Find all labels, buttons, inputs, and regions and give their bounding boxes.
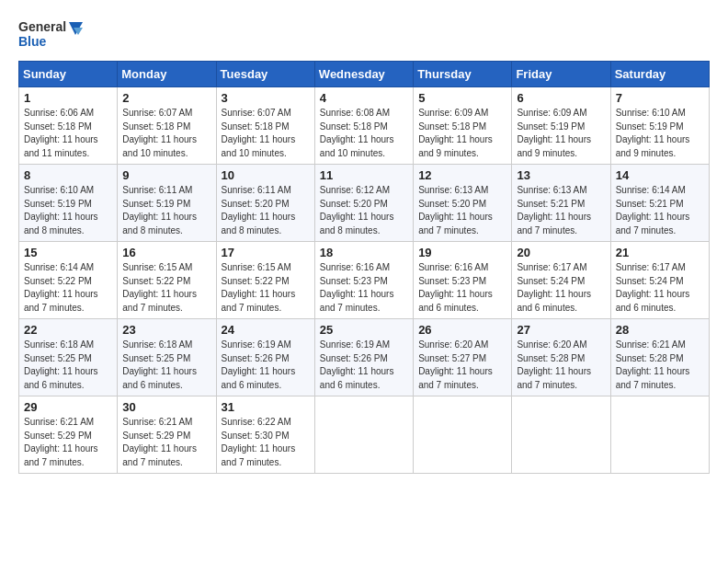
day-number: 3 (222, 91, 310, 105)
calendar-day-29: 29Sunrise: 6:21 AM Sunset: 5:29 PM Dayli… (19, 396, 118, 474)
calendar-day-12: 12Sunrise: 6:13 AM Sunset: 5:20 PM Dayli… (414, 165, 512, 242)
calendar-day-24: 24Sunrise: 6:19 AM Sunset: 5:26 PM Dayli… (216, 319, 314, 396)
calendar-day-10: 10Sunrise: 6:11 AM Sunset: 5:20 PM Dayli… (216, 165, 314, 242)
day-info: Sunrise: 6:10 AM Sunset: 5:19 PM Dayligh… (24, 184, 112, 237)
calendar-body: 1Sunrise: 6:06 AM Sunset: 5:18 PM Daylig… (19, 87, 710, 474)
day-info: Sunrise: 6:06 AM Sunset: 5:18 PM Dayligh… (24, 107, 112, 160)
calendar-day-26: 26Sunrise: 6:20 AM Sunset: 5:27 PM Dayli… (414, 319, 512, 396)
logo-icon: General Blue (18, 15, 83, 53)
day-info: Sunrise: 6:16 AM Sunset: 5:23 PM Dayligh… (320, 261, 408, 315)
day-number: 14 (616, 168, 704, 182)
day-number: 2 (122, 91, 210, 105)
day-number: 17 (222, 246, 310, 259)
day-info: Sunrise: 6:11 AM Sunset: 5:19 PM Dayligh… (122, 184, 210, 237)
calendar-day-16: 16Sunrise: 6:15 AM Sunset: 5:22 PM Dayli… (118, 242, 216, 319)
day-info: Sunrise: 6:14 AM Sunset: 5:22 PM Dayligh… (24, 261, 112, 315)
empty-cell (314, 396, 413, 474)
day-info: Sunrise: 6:21 AM Sunset: 5:29 PM Dayligh… (24, 416, 112, 469)
empty-cell (512, 396, 610, 474)
day-number: 1 (24, 91, 112, 105)
calendar-day-25: 25Sunrise: 6:19 AM Sunset: 5:26 PM Dayli… (314, 319, 413, 396)
calendar-day-8: 8Sunrise: 6:10 AM Sunset: 5:19 PM Daylig… (19, 165, 118, 242)
calendar-week-3: 15Sunrise: 6:14 AM Sunset: 5:22 PM Dayli… (19, 242, 710, 319)
day-number: 18 (320, 246, 408, 259)
day-number: 20 (517, 246, 605, 259)
logo: General Blue (18, 15, 83, 53)
calendar-day-17: 17Sunrise: 6:15 AM Sunset: 5:22 PM Dayli… (216, 242, 314, 319)
day-info: Sunrise: 6:22 AM Sunset: 5:30 PM Dayligh… (222, 416, 310, 469)
day-number: 12 (418, 168, 506, 182)
day-number: 19 (418, 246, 506, 259)
calendar-day-7: 7Sunrise: 6:10 AM Sunset: 5:19 PM Daylig… (610, 87, 709, 165)
calendar-week-2: 8Sunrise: 6:10 AM Sunset: 5:19 PM Daylig… (19, 165, 710, 242)
day-number: 8 (24, 168, 112, 182)
calendar-day-1: 1Sunrise: 6:06 AM Sunset: 5:18 PM Daylig… (19, 87, 118, 165)
day-info: Sunrise: 6:09 AM Sunset: 5:19 PM Dayligh… (517, 107, 605, 160)
day-number: 21 (616, 246, 704, 259)
day-number: 15 (24, 246, 112, 259)
day-info: Sunrise: 6:17 AM Sunset: 5:24 PM Dayligh… (517, 261, 605, 315)
day-info: Sunrise: 6:11 AM Sunset: 5:20 PM Dayligh… (222, 184, 310, 237)
day-header-wednesday: Wednesday (314, 62, 413, 87)
calendar-day-18: 18Sunrise: 6:16 AM Sunset: 5:23 PM Dayli… (314, 242, 413, 319)
day-header-friday: Friday (512, 62, 610, 87)
day-info: Sunrise: 6:20 AM Sunset: 5:28 PM Dayligh… (517, 339, 605, 392)
day-number: 9 (122, 168, 210, 182)
calendar-day-22: 22Sunrise: 6:18 AM Sunset: 5:25 PM Dayli… (19, 319, 118, 396)
calendar-day-31: 31Sunrise: 6:22 AM Sunset: 5:30 PM Dayli… (216, 396, 314, 474)
day-number: 10 (222, 168, 310, 182)
calendar-week-1: 1Sunrise: 6:06 AM Sunset: 5:18 PM Daylig… (19, 87, 710, 165)
calendar-day-11: 11Sunrise: 6:12 AM Sunset: 5:20 PM Dayli… (314, 165, 413, 242)
empty-cell (610, 396, 709, 474)
day-info: Sunrise: 6:13 AM Sunset: 5:21 PM Dayligh… (517, 184, 605, 237)
calendar-day-13: 13Sunrise: 6:13 AM Sunset: 5:21 PM Dayli… (512, 165, 610, 242)
calendar-week-5: 29Sunrise: 6:21 AM Sunset: 5:29 PM Dayli… (19, 396, 710, 474)
calendar-day-2: 2Sunrise: 6:07 AM Sunset: 5:18 PM Daylig… (118, 87, 216, 165)
day-number: 13 (517, 168, 605, 182)
day-info: Sunrise: 6:21 AM Sunset: 5:29 PM Dayligh… (122, 416, 210, 469)
day-number: 22 (24, 323, 112, 337)
day-number: 11 (320, 168, 408, 182)
day-header-monday: Monday (118, 62, 216, 87)
calendar-day-5: 5Sunrise: 6:09 AM Sunset: 5:18 PM Daylig… (414, 87, 512, 165)
calendar-day-19: 19Sunrise: 6:16 AM Sunset: 5:23 PM Dayli… (414, 242, 512, 319)
day-number: 25 (320, 323, 408, 337)
day-number: 31 (222, 400, 310, 414)
page: General Blue SundayMondayTuesdayWednesda… (0, 0, 728, 483)
day-info: Sunrise: 6:13 AM Sunset: 5:20 PM Dayligh… (418, 184, 506, 237)
svg-text:General: General (18, 19, 66, 34)
calendar-day-23: 23Sunrise: 6:18 AM Sunset: 5:25 PM Dayli… (118, 319, 216, 396)
day-info: Sunrise: 6:09 AM Sunset: 5:18 PM Dayligh… (418, 107, 506, 160)
day-number: 5 (418, 91, 506, 105)
day-info: Sunrise: 6:14 AM Sunset: 5:21 PM Dayligh… (616, 184, 704, 237)
day-number: 24 (222, 323, 310, 337)
day-info: Sunrise: 6:18 AM Sunset: 5:25 PM Dayligh… (122, 339, 210, 392)
day-number: 28 (616, 323, 704, 337)
calendar-day-28: 28Sunrise: 6:21 AM Sunset: 5:28 PM Dayli… (610, 319, 709, 396)
day-info: Sunrise: 6:19 AM Sunset: 5:26 PM Dayligh… (320, 339, 408, 392)
calendar-day-30: 30Sunrise: 6:21 AM Sunset: 5:29 PM Dayli… (118, 396, 216, 474)
calendar-day-6: 6Sunrise: 6:09 AM Sunset: 5:19 PM Daylig… (512, 87, 610, 165)
day-header-tuesday: Tuesday (216, 62, 314, 87)
calendar-day-27: 27Sunrise: 6:20 AM Sunset: 5:28 PM Dayli… (512, 319, 610, 396)
calendar-week-4: 22Sunrise: 6:18 AM Sunset: 5:25 PM Dayli… (19, 319, 710, 396)
day-number: 30 (122, 400, 210, 414)
calendar-day-9: 9Sunrise: 6:11 AM Sunset: 5:19 PM Daylig… (118, 165, 216, 242)
day-info: Sunrise: 6:07 AM Sunset: 5:18 PM Dayligh… (222, 107, 310, 160)
day-header-sunday: Sunday (19, 62, 118, 87)
day-number: 6 (517, 91, 605, 105)
day-info: Sunrise: 6:18 AM Sunset: 5:25 PM Dayligh… (24, 339, 112, 392)
day-number: 4 (320, 91, 408, 105)
day-info: Sunrise: 6:16 AM Sunset: 5:23 PM Dayligh… (418, 261, 506, 315)
calendar-day-3: 3Sunrise: 6:07 AM Sunset: 5:18 PM Daylig… (216, 87, 314, 165)
day-number: 26 (418, 323, 506, 337)
day-number: 27 (517, 323, 605, 337)
day-info: Sunrise: 6:21 AM Sunset: 5:28 PM Dayligh… (616, 339, 704, 392)
calendar-day-15: 15Sunrise: 6:14 AM Sunset: 5:22 PM Dayli… (19, 242, 118, 319)
calendar-day-21: 21Sunrise: 6:17 AM Sunset: 5:24 PM Dayli… (610, 242, 709, 319)
day-header-saturday: Saturday (610, 62, 709, 87)
day-number: 29 (24, 400, 112, 414)
calendar-day-20: 20Sunrise: 6:17 AM Sunset: 5:24 PM Dayli… (512, 242, 610, 319)
header: General Blue (18, 15, 710, 53)
day-info: Sunrise: 6:19 AM Sunset: 5:26 PM Dayligh… (222, 339, 310, 392)
